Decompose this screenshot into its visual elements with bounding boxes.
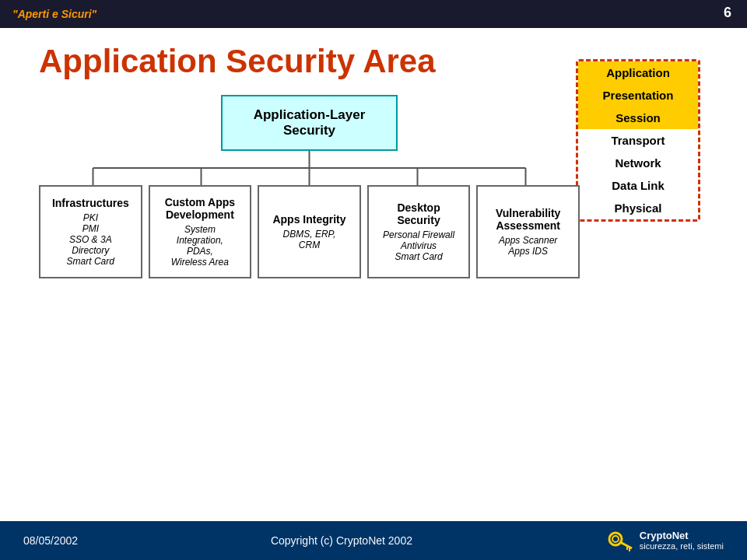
- header-title: "Aperti e Sicuri": [12, 8, 96, 20]
- footer-date: 08/05/2002: [23, 534, 78, 547]
- node-text: Antivirus: [401, 240, 437, 251]
- osi-box: ApplicationPresentationSessionTransportN…: [576, 59, 700, 222]
- osi-layer-data-link: Data Link: [578, 174, 698, 197]
- footer-logo: CryptoNet sicurezza, reti, sistemi: [605, 527, 724, 555]
- slide-number: 6: [724, 5, 731, 21]
- footer-copyright: Copyright (c) CryptoNet 2002: [271, 534, 412, 547]
- header-bar: "Aperti e Sicuri": [0, 0, 747, 28]
- node-text: Smart Card: [395, 251, 442, 262]
- node-text: PMI: [82, 223, 99, 234]
- node-title-1: Custom Apps Development: [156, 196, 244, 221]
- app-layer-box: Application-Layer Security: [221, 95, 398, 151]
- node-text: Directory: [72, 245, 109, 256]
- osi-layer-presentation: Presentation: [578, 84, 698, 107]
- footer: 08/05/2002 Copyright (c) CryptoNet 2002 …: [0, 521, 747, 560]
- osi-layer-network: Network: [578, 152, 698, 174]
- osi-layer-application: Application: [578, 61, 698, 84]
- node-title-0: Infrastructures: [52, 197, 129, 209]
- node-text: SSO & 3A: [69, 234, 112, 245]
- svg-point-8: [612, 536, 619, 542]
- node-1: Custom Apps DevelopmentSystemIntegration…: [149, 185, 252, 278]
- node-text: System: [184, 224, 216, 235]
- page-title: Application Security Area: [39, 44, 580, 79]
- node-2: Apps IntegrityDBMS, ERP,CRM: [258, 185, 361, 278]
- node-4: Vulnerability AssessmentApps ScannerApps…: [476, 185, 580, 278]
- node-title-2: Apps Integrity: [272, 213, 345, 226]
- node-0: InfrastructuresPKIPMISSO & 3ADirectorySm…: [39, 185, 142, 278]
- osi-layer-transport: Transport: [578, 129, 698, 152]
- key-icon: [605, 527, 633, 555]
- footer-logo-tagline: sicurezza, reti, sistemi: [640, 541, 724, 551]
- node-title-3: Desktop Security: [375, 201, 463, 226]
- node-text: Personal Firewall: [383, 229, 454, 240]
- app-layer-line2: Security: [283, 123, 335, 138]
- node-title-4: Vulnerability Assessment: [484, 207, 572, 232]
- tree-connector-svg: [39, 151, 580, 185]
- node-text: DBMS, ERP,: [283, 229, 336, 240]
- footer-logo-name: CryptoNet: [640, 530, 724, 542]
- node-text: PKI: [83, 212, 98, 223]
- node-text: Apps Scanner: [499, 235, 557, 246]
- node-text: CRM: [299, 240, 320, 250]
- node-text: Wireless Area: [171, 257, 229, 268]
- node-text: Smart Card: [67, 256, 114, 267]
- app-layer-line1: Application-Layer: [254, 107, 366, 122]
- svg-point-7: [609, 533, 622, 545]
- node-text: Integration,: [177, 235, 223, 246]
- node-3: Desktop SecurityPersonal FirewallAntivir…: [367, 185, 471, 278]
- node-text: Apps IDS: [508, 246, 548, 257]
- osi-layer-physical: Physical: [578, 197, 698, 219]
- node-text: PDAs,: [187, 246, 213, 257]
- osi-layer-session: Session: [578, 107, 698, 129]
